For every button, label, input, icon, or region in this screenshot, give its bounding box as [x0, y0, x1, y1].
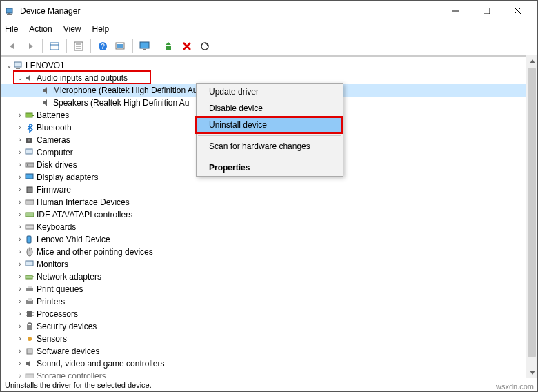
scroll-up-arrow[interactable] — [526, 55, 538, 67]
maximize-button[interactable] — [471, 1, 502, 21]
svg-rect-36 — [26, 225, 34, 229]
svg-rect-35 — [26, 213, 34, 217]
svg-rect-34 — [26, 200, 34, 204]
svg-rect-33 — [27, 187, 32, 193]
category-row[interactable]: ›Sound, video and game controllers — [1, 357, 537, 370]
category-row[interactable]: ›Print queues — [1, 283, 537, 295]
show-hidden-button[interactable] — [47, 39, 62, 54]
sensor-icon — [24, 333, 35, 344]
svg-rect-32 — [26, 174, 33, 179]
svg-rect-23 — [14, 62, 21, 67]
chevron-right-icon[interactable]: › — [16, 171, 24, 184]
chevron-down-icon[interactable]: ⌄ — [16, 72, 24, 84]
ctx-scan-hardware[interactable]: Scan for hardware changes — [197, 138, 343, 155]
category-row[interactable]: ›Keyboards — [1, 221, 537, 233]
category-row[interactable]: ›Storage controllers — [1, 370, 537, 378]
chevron-right-icon[interactable]: › — [16, 246, 24, 258]
menu-view[interactable]: View — [63, 24, 81, 34]
menu-bar: File Action View Help — [1, 21, 537, 37]
svg-point-31 — [27, 164, 28, 166]
category-row[interactable]: ›Network adapters — [1, 271, 537, 283]
chevron-right-icon[interactable]: › — [16, 208, 24, 221]
category-label: Batteries — [37, 109, 69, 121]
forward-button[interactable] — [23, 39, 38, 54]
computer-icon — [24, 147, 35, 158]
category-label: Print queues — [37, 283, 83, 295]
chevron-right-icon[interactable]: › — [16, 283, 24, 295]
category-label: Mice and other pointing devices — [37, 246, 153, 258]
chevron-right-icon[interactable]: › — [16, 146, 24, 159]
chevron-right-icon[interactable]: › — [16, 109, 24, 121]
chevron-right-icon[interactable]: › — [16, 221, 24, 233]
svg-rect-47 — [27, 311, 32, 317]
category-label: Sensors — [37, 333, 67, 345]
uninstall-button[interactable] — [179, 39, 195, 54]
toolbar-separator — [157, 39, 157, 53]
category-row[interactable]: ›Lenovo Vhid Device — [1, 233, 537, 246]
monitor-button[interactable] — [137, 39, 152, 54]
scrollbar-thumb[interactable] — [528, 68, 536, 357]
category-row[interactable]: ›Processors — [1, 308, 537, 320]
back-button[interactable] — [5, 39, 20, 54]
chevron-right-icon[interactable]: › — [16, 308, 24, 320]
scan-button[interactable] — [197, 39, 212, 54]
chevron-right-icon[interactable]: › — [16, 184, 24, 196]
speaker-icon — [24, 72, 35, 84]
ctx-properties[interactable]: Properties — [197, 159, 343, 176]
chevron-right-icon[interactable]: › — [16, 370, 24, 378]
category-row[interactable]: ›Human Interface Devices — [1, 196, 537, 208]
category-row[interactable]: ›Security devices — [1, 320, 537, 333]
chevron-right-icon[interactable]: › — [16, 357, 24, 370]
category-row[interactable]: ›IDE ATA/ATAPI controllers — [1, 208, 537, 221]
monitor-icon — [24, 259, 35, 270]
chevron-right-icon[interactable]: › — [16, 333, 24, 345]
category-label: Disk drives — [37, 159, 77, 171]
category-row[interactable]: ›Software devices — [1, 345, 537, 357]
scroll-down-arrow[interactable] — [526, 366, 538, 378]
chevron-right-icon[interactable]: › — [16, 258, 24, 271]
svg-rect-52 — [27, 325, 32, 330]
svg-rect-46 — [28, 298, 32, 301]
svg-rect-30 — [26, 163, 34, 167]
category-label: Firmware — [37, 184, 71, 196]
chevron-right-icon[interactable]: › — [16, 295, 24, 308]
chevron-right-icon[interactable]: › — [16, 196, 24, 208]
properties-button[interactable] — [71, 39, 86, 54]
keyboard-icon — [24, 222, 35, 233]
menu-action[interactable]: Action — [29, 24, 52, 34]
root-node-row[interactable]: ⌄ LENOVO1 — [1, 59, 537, 72]
chevron-right-icon[interactable]: › — [16, 320, 24, 333]
svg-rect-26 — [32, 115, 34, 116]
svg-rect-1 — [8, 13, 10, 14]
toolbar-separator — [90, 39, 91, 53]
svg-rect-24 — [16, 68, 20, 69]
category-row[interactable]: ›Firmware — [1, 184, 537, 196]
chevron-right-icon[interactable]: › — [16, 271, 24, 283]
chevron-right-icon[interactable]: › — [16, 159, 24, 171]
minimize-button[interactable] — [440, 1, 471, 21]
console-button[interactable] — [113, 39, 128, 54]
hid-icon — [24, 197, 35, 208]
ctx-update-label: Update driver — [209, 87, 259, 97]
ctx-uninstall-device[interactable]: Uninstall device — [197, 117, 343, 133]
help-button[interactable]: ? — [95, 39, 110, 54]
ctx-update-driver[interactable]: Update driver — [197, 84, 343, 100]
category-row[interactable]: ›Monitors — [1, 258, 537, 271]
chevron-right-icon[interactable]: › — [16, 121, 24, 134]
vertical-scrollbar[interactable] — [526, 55, 537, 378]
category-row[interactable]: ›Mice and other pointing devices — [1, 246, 537, 258]
menu-help[interactable]: Help — [92, 24, 110, 34]
chevron-right-icon[interactable]: › — [16, 345, 24, 357]
category-row[interactable]: ›Sensors — [1, 333, 537, 345]
processor-icon — [24, 308, 35, 320]
close-button[interactable] — [502, 1, 533, 21]
menu-file[interactable]: File — [5, 24, 18, 34]
chevron-down-icon[interactable]: ⌄ — [5, 59, 13, 72]
chevron-right-icon[interactable]: › — [16, 233, 24, 246]
firmware-icon — [24, 184, 35, 195]
category-row[interactable]: ›Printers — [1, 295, 537, 308]
update-driver-button[interactable] — [161, 39, 177, 54]
chevron-right-icon[interactable]: › — [16, 134, 24, 146]
speaker-icon — [41, 85, 52, 96]
ctx-disable-device[interactable]: Disable device — [197, 100, 343, 117]
